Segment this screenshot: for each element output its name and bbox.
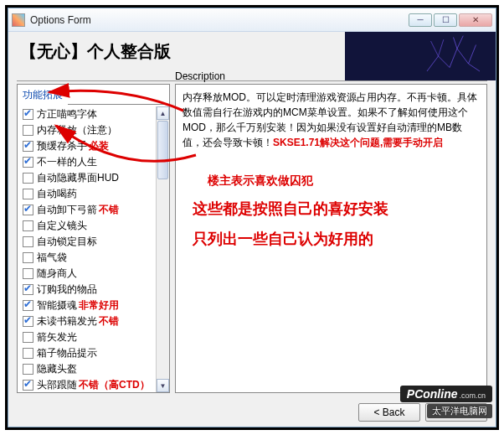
checkbox[interactable] (23, 332, 33, 343)
description-warning: SKSE1.71解决这个问题,需要手动开启 (273, 137, 443, 148)
sidebar-group-label: 功能拓展 (18, 85, 169, 104)
check-item[interactable]: 不一样的人生 (21, 154, 156, 170)
check-item[interactable]: 未读书籍发光 不错 (21, 313, 156, 329)
check-label: 福气袋 (37, 251, 67, 265)
titlebar: Options Form ─ ☐ ✕ (8, 8, 496, 32)
checkbox[interactable] (23, 205, 33, 215)
sidebar: 功能拓展 方正喵鸣字体内存释放（注意）预缓存杀手 必装不一样的人生自动隐藏界面H… (17, 84, 170, 393)
check-label: 箭矢发光 (37, 330, 77, 344)
checkbox[interactable] (23, 157, 33, 168)
scroll-up-icon[interactable]: ▲ (157, 106, 169, 120)
check-item[interactable]: 智能摄魂 非常好用 (21, 298, 156, 313)
page-title: 【无心】个人整合版 (20, 40, 333, 63)
check-item[interactable]: 随身商人 (21, 266, 156, 282)
check-item[interactable]: 自动锁定目标 (21, 234, 156, 250)
minimize-button[interactable]: ─ (409, 13, 432, 27)
check-label: 自动卸下弓箭 (37, 203, 97, 217)
checkbox[interactable] (23, 348, 33, 359)
checkbox[interactable] (23, 236, 33, 247)
description-box: 内存释放MOD。可以定时清理游戏资源占用内存。不再卡顿。具体数值需自行在游戏内的… (175, 84, 487, 393)
check-label: 随身商人 (37, 267, 77, 281)
check-item[interactable]: 福气袋 (21, 250, 156, 266)
checkbox[interactable] (23, 141, 33, 152)
checkbox[interactable] (23, 109, 33, 120)
checkbox[interactable] (23, 125, 33, 136)
checkbox[interactable] (23, 173, 33, 184)
check-label: 头部跟随 (37, 378, 77, 392)
checkbox[interactable] (23, 300, 33, 311)
checklist: 方正喵鸣字体内存释放（注意）预缓存杀手 必装不一样的人生自动隐藏界面HUD自动喝… (18, 106, 156, 392)
check-label: 智能摄魂 (37, 298, 77, 313)
check-item[interactable]: 预缓存杀手 必装 (21, 138, 156, 154)
check-label: 方正喵鸣字体 (37, 107, 97, 122)
check-label: 内存释放（注意） (37, 123, 117, 137)
checkbox[interactable] (23, 380, 33, 391)
deer-icon (412, 34, 487, 79)
header-art (345, 32, 496, 80)
check-label: 自动喝药 (37, 187, 77, 201)
check-item[interactable]: 自定义镜头 (21, 218, 156, 234)
checkbox[interactable] (23, 268, 33, 279)
checkbox[interactable] (23, 220, 33, 231)
scrollbar[interactable]: ▲ ▼ (156, 106, 169, 392)
check-suffix: 不错 (99, 203, 119, 217)
check-label: 隐藏头盔 (37, 362, 77, 376)
check-item[interactable]: 订购我的物品 (21, 282, 156, 298)
checkbox[interactable] (23, 252, 33, 263)
checkbox[interactable] (23, 189, 33, 199)
check-suffix: 不错 (99, 314, 119, 329)
check-label: 未读书籍发光 (37, 314, 97, 329)
check-suffix: 非常好用 (79, 298, 119, 313)
check-item[interactable]: 方正喵鸣字体 (21, 106, 156, 122)
checkbox[interactable] (23, 316, 33, 327)
check-suffix: 不错（高CTD） (79, 378, 150, 392)
checkbox[interactable] (23, 284, 33, 295)
check-label: 自动隐藏界面HUD (37, 171, 119, 185)
scroll-thumb[interactable] (157, 121, 168, 179)
check-item[interactable]: 头部跟随 不错（高CTD） (21, 377, 156, 392)
scroll-down-icon[interactable]: ▼ (157, 379, 169, 392)
check-label: 不一样的人生 (37, 155, 97, 169)
maximize-button[interactable]: ☐ (434, 13, 457, 27)
check-label: 箱子物品提示 (37, 346, 97, 360)
app-icon (12, 13, 25, 27)
check-item[interactable]: 自动卸下弓箭 不错 (21, 202, 156, 218)
header: 【无心】个人整合版 (8, 32, 496, 80)
check-label: 自动锁定目标 (37, 235, 97, 249)
check-item[interactable]: 箭矢发光 (21, 329, 156, 345)
watermark: PConline.com.cn 太平洋电脑网 (400, 386, 492, 418)
check-item[interactable]: 自动隐藏界面HUD (21, 170, 156, 186)
checkbox[interactable] (23, 364, 33, 375)
check-label: 预缓存杀手 (37, 139, 87, 153)
overlay-text: 这些都是按照自己的喜好安装 只列出一些自己认为好用的 (193, 194, 478, 254)
window-title: Options Form (30, 14, 409, 26)
check-item[interactable]: 隐藏头盔 (21, 361, 156, 377)
check-item[interactable]: 内存释放（注意） (21, 122, 156, 138)
window: Options Form ─ ☐ ✕ 【无心】个人整合版 功能拓展 (8, 8, 496, 427)
check-label: 自定义镜头 (37, 219, 87, 233)
check-item[interactable]: 箱子物品提示 (21, 345, 156, 361)
check-item[interactable]: 自动喝药 (21, 186, 156, 202)
close-button[interactable]: ✕ (459, 13, 492, 27)
check-suffix: 必装 (89, 139, 109, 153)
check-label: 订购我的物品 (37, 282, 97, 297)
arrow-note: 楼主表示喜欢做囚犯 (208, 172, 480, 189)
description-label: Description (175, 70, 225, 82)
